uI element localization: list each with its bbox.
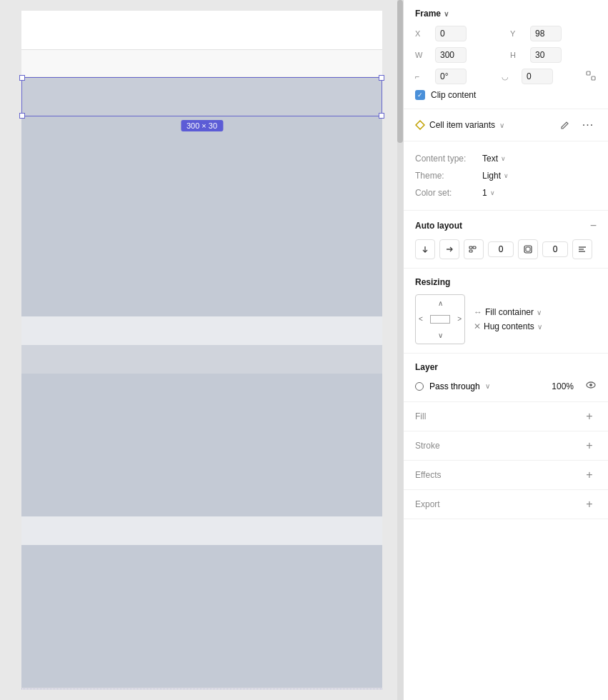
- layout-direction-right-button[interactable]: [439, 239, 459, 259]
- vertical-resize-chevron-icon: ∨: [537, 323, 542, 331]
- layer-mode-icon: [415, 382, 424, 391]
- resize-labels-col: ↔ Fill container ∨ ✕ Hug contents ∨: [474, 307, 542, 331]
- auto-layout-header: Auto layout −: [415, 219, 597, 232]
- edit-component-button[interactable]: [557, 116, 574, 134]
- frame-section-header: Frame ∨: [415, 9, 597, 19]
- remove-auto-layout-button[interactable]: −: [590, 219, 597, 232]
- horizontal-resize-value[interactable]: Fill container: [485, 307, 534, 317]
- rotation-pair: ⌐ 0°: [415, 69, 493, 84]
- auto-layout-section: Auto layout − 0 0: [404, 211, 608, 269]
- color-set-row: Color set: 1 ∨: [415, 184, 597, 201]
- layout-direction-down-button[interactable]: [415, 239, 435, 259]
- add-fill-button[interactable]: +: [582, 409, 597, 424]
- resize-visual-box: ∧ < > ∨: [415, 294, 465, 344]
- theme-value[interactable]: Light ∨: [482, 171, 509, 181]
- svg-rect-1: [592, 76, 595, 80]
- scrollbar-thumb[interactable]: [397, 0, 403, 143]
- corner-pair: ◡ 0: [502, 69, 579, 84]
- handle-tr[interactable]: [379, 75, 384, 81]
- w-label: W: [415, 51, 432, 59]
- clip-checkbox[interactable]: ✓: [415, 90, 425, 100]
- svg-rect-4: [473, 246, 476, 249]
- resizing-visual: ∧ < > ∨ ↔ Fill container ∨ ✕: [415, 294, 597, 344]
- rotation-field[interactable]: 0°: [435, 69, 467, 84]
- component-chevron-icon[interactable]: ∨: [499, 121, 504, 129]
- layer-header: Layer: [415, 362, 597, 372]
- scrollbar-track[interactable]: [397, 0, 403, 700]
- rotation-row: ⌐ 0° ◡ 0: [415, 69, 597, 84]
- auto-layout-title: Auto layout: [415, 221, 462, 231]
- layer-opacity-value[interactable]: 100%: [552, 381, 574, 391]
- fill-label: Fill: [415, 411, 426, 421]
- export-label: Export: [415, 499, 440, 509]
- content-type-value[interactable]: Text ∨: [482, 154, 506, 164]
- vertical-resize-value[interactable]: Hug contents: [484, 321, 534, 331]
- layer-title: Layer: [415, 362, 438, 372]
- handle-bl[interactable]: [19, 113, 25, 119]
- y-label: Y: [510, 29, 527, 38]
- stroke-section: Stroke +: [404, 431, 608, 461]
- align-button[interactable]: [572, 239, 592, 259]
- strip-gray-1: [21, 116, 382, 316]
- strip-light-1: [21, 316, 382, 345]
- layout-wrap-button[interactable]: [464, 239, 484, 259]
- layer-section: Layer Pass through ∨ 100%: [404, 354, 608, 402]
- layer-mode-dropdown[interactable]: Pass through ∨: [429, 381, 490, 391]
- effects-section: Effects +: [404, 461, 608, 490]
- frame-chevron-icon[interactable]: ∨: [444, 10, 449, 18]
- aspect-lock-icon[interactable]: [585, 70, 597, 84]
- h-pair: H 30: [510, 47, 597, 63]
- gap-field-wrapper: 0: [488, 241, 514, 257]
- padding-icon-button[interactable]: [518, 239, 538, 259]
- layer-row: Pass through ∨ 100%: [415, 379, 597, 393]
- color-set-value[interactable]: 1 ∨: [482, 188, 495, 198]
- component-name-label: Cell item variants: [429, 120, 495, 130]
- h-field[interactable]: 30: [530, 47, 562, 63]
- theme-chevron-icon: ∨: [504, 172, 509, 179]
- padding-field-wrapper: 0: [542, 241, 568, 257]
- horizontal-arrows-icon: ↔: [474, 307, 482, 317]
- y-field[interactable]: 98: [530, 26, 562, 41]
- svg-rect-5: [469, 250, 472, 252]
- rotation-icon: ⌐: [415, 72, 432, 81]
- horizontal-resize-chevron-icon: ∨: [537, 309, 542, 316]
- selection-handles: [22, 78, 382, 116]
- layer-mode-label: Pass through: [429, 381, 480, 391]
- theme-text: Light: [482, 171, 501, 181]
- stroke-label: Stroke: [415, 441, 440, 451]
- selected-strip[interactable]: 300 × 30: [21, 77, 382, 116]
- w-field[interactable]: 300: [435, 47, 467, 63]
- color-set-label: Color set:: [415, 188, 479, 198]
- handle-br[interactable]: [379, 113, 384, 119]
- more-options-button[interactable]: ···: [579, 116, 597, 134]
- check-icon: ✓: [417, 91, 423, 99]
- strip-container: 300 × 30: [21, 11, 382, 688]
- auto-layout-controls: 0 0: [415, 239, 597, 259]
- corner-field[interactable]: 0: [522, 69, 553, 84]
- resizing-header: Resizing: [415, 277, 597, 287]
- more-icon: ···: [582, 119, 594, 131]
- canvas-panel: Intents 300 × 30: [0, 0, 403, 700]
- add-effect-button[interactable]: +: [582, 468, 597, 482]
- x-pair: X 0: [415, 26, 502, 41]
- corner-icon: ◡: [502, 72, 519, 81]
- vertical-x-icon: ✕: [474, 321, 481, 331]
- dimension-badge: 300 × 30: [181, 120, 223, 131]
- component-section: Cell item variants ∨ ···: [404, 109, 608, 141]
- strip-white-1: [21, 11, 382, 50]
- content-type-chevron-icon: ∨: [501, 155, 506, 162]
- theme-row: Theme: Light ∨: [415, 167, 597, 184]
- x-field[interactable]: 0: [435, 26, 467, 41]
- vertical-resize-row: ✕ Hug contents ∨: [474, 321, 542, 331]
- handle-tl[interactable]: [19, 75, 25, 81]
- resizing-section: Resizing ∧ < > ∨ ↔ Fill container: [404, 269, 608, 354]
- theme-label: Theme:: [415, 171, 479, 181]
- content-type-label: Content type:: [415, 154, 479, 164]
- gap-input[interactable]: 0: [488, 241, 514, 257]
- add-export-button[interactable]: +: [582, 497, 597, 511]
- visibility-toggle-icon[interactable]: [585, 379, 597, 393]
- color-set-text: 1: [482, 188, 487, 198]
- w-pair: W 300: [415, 47, 502, 63]
- add-stroke-button[interactable]: +: [582, 439, 597, 453]
- padding-input[interactable]: 0: [542, 241, 568, 257]
